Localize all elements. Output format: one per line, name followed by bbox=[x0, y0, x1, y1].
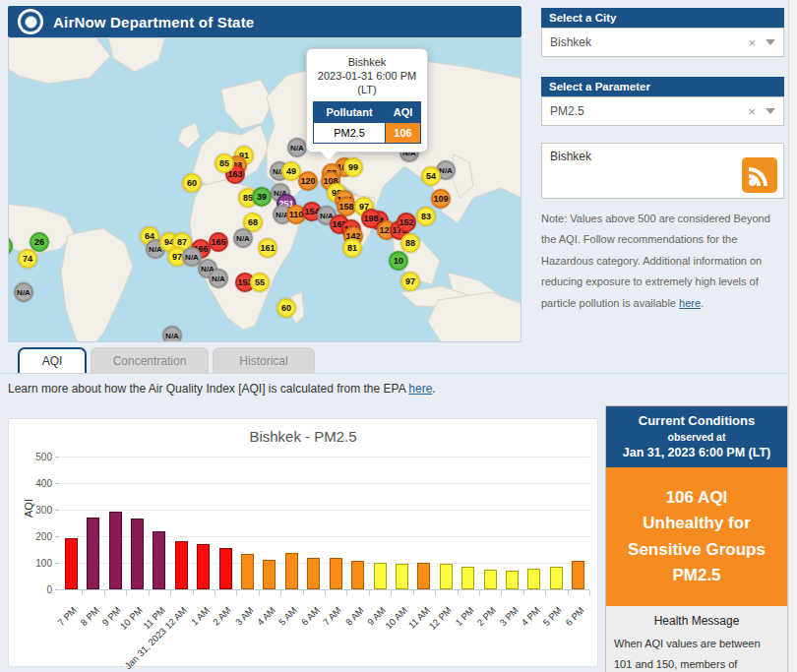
aqi-bar[interactable] bbox=[572, 561, 584, 589]
aqi-bar[interactable] bbox=[440, 564, 453, 589]
app-header: AirNow Department of State bbox=[8, 6, 521, 37]
x-tick-label: 6 PM bbox=[563, 605, 585, 628]
aqi-marker[interactable]: N/A bbox=[287, 138, 307, 157]
aqi-bar[interactable] bbox=[351, 561, 364, 589]
tooltip-aqi-value: 106 bbox=[386, 123, 421, 144]
page-scrollbar[interactable] bbox=[788, 0, 797, 672]
tab-concentration[interactable]: Concentration bbox=[91, 347, 209, 373]
aqi-marker[interactable]: N/A bbox=[14, 282, 33, 302]
aqi-bar[interactable] bbox=[307, 558, 320, 589]
aqi-bar[interactable] bbox=[417, 563, 430, 589]
aqi-bar[interactable] bbox=[527, 569, 540, 589]
aqi-marker[interactable]: 165 bbox=[209, 232, 228, 252]
aqi-marker[interactable]: 99 bbox=[343, 157, 363, 177]
x-tick-mark bbox=[193, 590, 194, 595]
aqi-marker[interactable]: 85 bbox=[215, 153, 234, 173]
x-tick-label: 3 AM bbox=[232, 605, 255, 628]
aqi-bar[interactable] bbox=[330, 558, 342, 589]
aqi-bar[interactable] bbox=[109, 512, 122, 589]
aqi-bar[interactable] bbox=[550, 567, 563, 589]
parameter-chevron-down-icon[interactable] bbox=[766, 108, 775, 114]
current-aqi-category: Unhealthy for Sensitive Groups bbox=[612, 511, 781, 563]
aqi-bar[interactable] bbox=[175, 541, 188, 589]
rss-feed-icon[interactable] bbox=[742, 157, 777, 193]
x-tick-label: 7 AM bbox=[321, 605, 343, 628]
aqi-bar[interactable] bbox=[263, 560, 276, 589]
x-tick-label: 10 AM bbox=[384, 605, 410, 632]
aqi-bar[interactable] bbox=[219, 548, 232, 589]
aqi-bar[interactable] bbox=[285, 553, 298, 589]
aqi-marker[interactable]: 109 bbox=[431, 189, 451, 209]
aqi-bar[interactable] bbox=[241, 554, 254, 589]
x-tick-label: 6 AM bbox=[299, 605, 322, 628]
aqi-bar[interactable] bbox=[374, 563, 387, 589]
x-tick-label: 7 PM bbox=[56, 605, 79, 628]
aqi-marker[interactable]: 39 bbox=[252, 187, 272, 207]
x-tick-label: 2 PM bbox=[475, 605, 498, 628]
observed-at-label: observed at bbox=[610, 431, 783, 443]
select-parameter-header: Select a Parameter bbox=[541, 77, 784, 96]
x-tick-mark bbox=[149, 590, 150, 595]
tooltip-pollutant-value: PM2.5 bbox=[314, 123, 386, 144]
note-link[interactable]: here bbox=[679, 297, 701, 309]
y-tick-mark bbox=[55, 483, 59, 484]
city-select[interactable]: Bishkek × bbox=[541, 28, 784, 57]
y-tick-mark bbox=[55, 563, 59, 564]
department-of-state-seal-icon bbox=[18, 9, 43, 34]
tab-aqi[interactable]: AQI bbox=[18, 347, 87, 373]
city-clear-icon[interactable]: × bbox=[748, 35, 756, 50]
x-tick-label: 8 AM bbox=[342, 605, 365, 628]
note-suffix: . bbox=[701, 297, 704, 309]
aqi-marker[interactable]: 161 bbox=[258, 238, 277, 258]
world-aqi-map[interactable]: 202674N/AN/A6091231638564N/A948716616597… bbox=[8, 37, 521, 342]
aqi-marker[interactable]: 10 bbox=[389, 251, 408, 271]
tab-historical[interactable]: Historical bbox=[213, 347, 315, 373]
select-city-header: Select a City bbox=[541, 8, 784, 28]
aqi-marker[interactable]: 60 bbox=[276, 298, 296, 318]
tooltip-datetime: 2023-01-31 6:00 PM bbox=[313, 70, 421, 84]
aqi-marker[interactable]: 60 bbox=[182, 173, 202, 193]
aqi-bar[interactable] bbox=[87, 518, 99, 589]
aqi-bar[interactable] bbox=[484, 570, 497, 589]
learn-more-link[interactable]: here bbox=[408, 382, 432, 396]
aqi-marker[interactable]: N/A bbox=[209, 269, 228, 288]
aqi-bar[interactable] bbox=[65, 538, 78, 589]
x-tick-mark bbox=[346, 590, 347, 595]
y-tick-mark bbox=[55, 589, 59, 590]
aqi-marker[interactable]: 54 bbox=[421, 166, 441, 186]
aqi-bar[interactable] bbox=[506, 571, 519, 589]
x-tick-label: 5 PM bbox=[541, 605, 564, 628]
y-tick-label: 300 bbox=[23, 505, 52, 516]
aqi-bar[interactable] bbox=[153, 531, 165, 589]
city-chevron-down-icon[interactable] bbox=[766, 39, 775, 45]
aqi-marker[interactable]: 26 bbox=[30, 232, 49, 252]
health-message-title: Health Message bbox=[614, 614, 779, 628]
x-tick-mark bbox=[259, 590, 260, 595]
current-aqi-block: 106 AQI Unhealthy for Sensitive Groups P… bbox=[606, 467, 787, 606]
x-tick-mark bbox=[501, 590, 502, 595]
aqi-marker[interactable]: 97 bbox=[400, 272, 420, 291]
health-message-body: When AQI values are between 101 and 150,… bbox=[614, 634, 779, 672]
aqi-marker[interactable]: 74 bbox=[18, 249, 37, 269]
aqi-marker[interactable]: 88 bbox=[400, 233, 420, 253]
aqi-marker[interactable]: 120 bbox=[298, 171, 318, 191]
current-aqi-value: 106 AQI bbox=[612, 485, 781, 511]
parameter-select[interactable]: PM2.5 × bbox=[541, 96, 784, 126]
x-tick-label: 1 PM bbox=[453, 605, 475, 628]
aqi-bar[interactable] bbox=[131, 519, 144, 589]
aqi-marker[interactable]: 83 bbox=[416, 207, 436, 226]
x-tick-mark bbox=[458, 590, 459, 595]
aqi-marker[interactable]: N/A bbox=[162, 326, 182, 342]
aqi-bar[interactable] bbox=[461, 567, 474, 589]
note-prefix: Note: Values above 500 are considered Be… bbox=[541, 213, 770, 309]
x-tick-mark bbox=[325, 590, 326, 595]
y-tick-label: 100 bbox=[23, 558, 52, 569]
aqi-marker[interactable]: 152 bbox=[397, 213, 416, 232]
aqi-bar[interactable] bbox=[396, 564, 408, 589]
aqi-marker[interactable]: 55 bbox=[250, 273, 270, 292]
aqi-bar[interactable] bbox=[197, 544, 210, 589]
parameter-clear-icon[interactable]: × bbox=[748, 104, 756, 119]
aqi-marker[interactable]: 81 bbox=[342, 238, 362, 258]
aqi-marker[interactable]: 158 bbox=[337, 197, 356, 216]
aqi-marker[interactable]: N/A bbox=[233, 228, 253, 248]
